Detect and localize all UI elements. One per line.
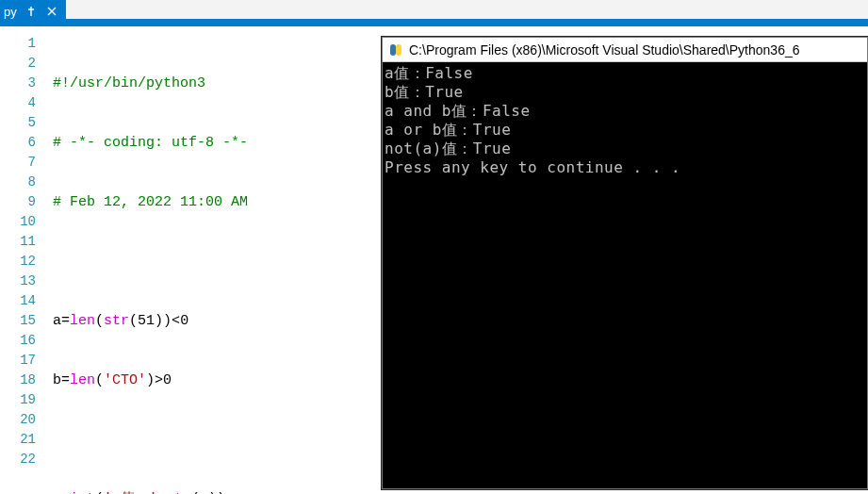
pin-icon[interactable] <box>25 5 38 18</box>
console-window[interactable]: C:\Program Files (x86)\Microsoft Visual … <box>382 37 868 489</box>
workspace: 1 2 3 4 5 6 7 8 9 10 11 12 13 14 15 16 1… <box>0 26 868 494</box>
console-line: not(a)值：True <box>385 140 865 158</box>
code-line: # Feb 12, 2022 11:00 AM <box>53 192 371 212</box>
console-line: a or b值：True <box>385 121 865 140</box>
line-number: 11 <box>0 232 36 252</box>
code-editor[interactable]: #!/usr/bin/python3 # -*- coding: utf-8 -… <box>53 34 371 494</box>
code-line: # -*- coding: utf-8 -*- <box>53 133 371 153</box>
code-line <box>53 252 371 272</box>
close-icon[interactable] <box>45 5 58 18</box>
console-line: b值：True <box>385 83 865 102</box>
line-number: 22 <box>0 450 36 469</box>
file-tab[interactable]: py <box>0 0 66 23</box>
line-number: 12 <box>0 252 36 272</box>
console-title: C:\Program Files (x86)\Microsoft Visual … <box>409 41 800 59</box>
console-line: a值：False <box>385 64 865 83</box>
line-number: 6 <box>0 133 36 153</box>
console-line: a and b值：False <box>385 102 865 121</box>
line-number-gutter: 1 2 3 4 5 6 7 8 9 10 11 12 13 14 15 16 1… <box>0 34 45 469</box>
line-number: 16 <box>0 331 36 351</box>
line-number: 9 <box>0 192 36 212</box>
line-number: 10 <box>0 212 36 232</box>
tab-strip: py <box>0 0 868 23</box>
line-number: 15 <box>0 311 36 331</box>
line-number: 17 <box>0 351 36 370</box>
code-line <box>53 430 371 450</box>
code-line: #!/usr/bin/python3 <box>53 74 371 93</box>
line-number: 3 <box>0 74 36 93</box>
line-number: 19 <box>0 390 36 410</box>
line-number: 5 <box>0 113 36 133</box>
line-number: 7 <box>0 153 36 173</box>
code-line: b=len('CTO')>0 <box>53 370 371 390</box>
code-line: print('a值：'+str(a)) <box>53 489 371 494</box>
line-number: 20 <box>0 410 36 430</box>
line-number: 18 <box>0 370 36 390</box>
line-number: 4 <box>0 93 36 113</box>
line-number: 2 <box>0 54 36 74</box>
line-number: 13 <box>0 272 36 291</box>
line-number: 8 <box>0 173 36 192</box>
console-titlebar[interactable]: C:\Program Files (x86)\Microsoft Visual … <box>383 38 867 62</box>
svg-rect-0 <box>390 44 396 56</box>
line-number: 1 <box>0 34 36 54</box>
line-number: 14 <box>0 291 36 311</box>
console-line: Press any key to continue . . . <box>385 158 865 177</box>
line-number: 21 <box>0 430 36 450</box>
tab-label: py <box>0 5 17 19</box>
svg-rect-1 <box>396 44 401 56</box>
code-line: a=len(str(51))<0 <box>53 311 371 331</box>
python-icon <box>388 42 403 58</box>
console-output: a值：False b值：True a and b值：False a or b值：… <box>383 62 867 179</box>
